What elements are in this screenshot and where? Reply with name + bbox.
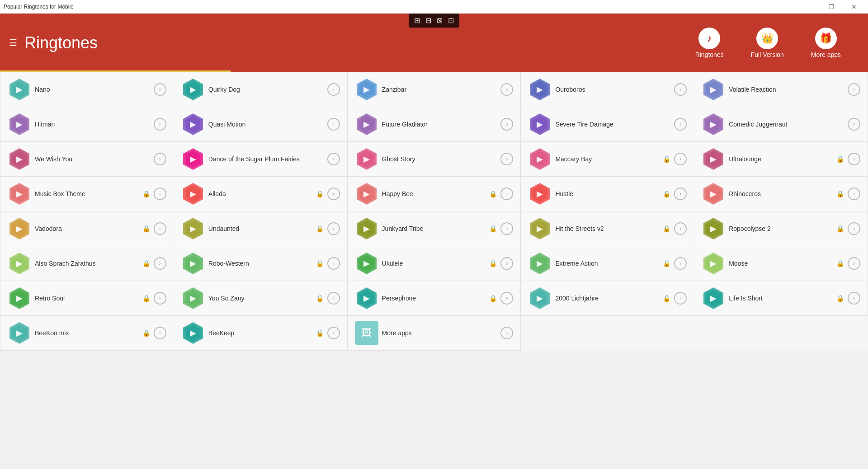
list-item[interactable]: ▶Robo-Western🔒›: [174, 246, 348, 281]
maximize-button[interactable]: ❐: [821, 0, 842, 14]
next-arrow-icon[interactable]: ›: [327, 222, 340, 235]
list-item[interactable]: ▶Ouroboros›: [521, 72, 694, 107]
next-arrow-icon[interactable]: ›: [154, 222, 166, 235]
next-arrow-icon[interactable]: ›: [500, 327, 513, 339]
list-item[interactable]: ▶Ropocolypse 2🔒›: [694, 211, 868, 246]
nav-ringtones[interactable]: ♪ Ringtones: [695, 28, 724, 58]
lock-icon: 🔒: [489, 260, 497, 267]
next-arrow-icon[interactable]: ›: [500, 153, 513, 165]
next-arrow-icon[interactable]: ›: [848, 188, 860, 200]
next-arrow-icon[interactable]: ›: [327, 257, 340, 270]
next-arrow-icon[interactable]: ›: [674, 222, 687, 235]
ringtone-icon: ▶: [528, 78, 552, 101]
list-item[interactable]: ▶Persephone🔒›: [348, 281, 521, 316]
next-arrow-icon[interactable]: ›: [154, 257, 166, 270]
list-item[interactable]: ▶BeeKoo mix🔒›: [0, 316, 174, 351]
list-item[interactable]: ▶Zanzibar›: [348, 72, 521, 107]
list-item[interactable]: 🖼More apps›: [348, 316, 521, 351]
list-item[interactable]: ▶Severe Tire Damage›: [521, 107, 694, 142]
next-arrow-icon[interactable]: ›: [154, 118, 166, 131]
list-item[interactable]: ▶Music Box Theme🔒›: [0, 177, 174, 211]
list-item[interactable]: ▶Volatile Reaction›: [694, 72, 868, 107]
list-item[interactable]: ▶You So Zany🔒›: [174, 281, 348, 316]
next-arrow-icon[interactable]: ›: [674, 292, 687, 305]
next-arrow-icon[interactable]: ›: [848, 222, 860, 235]
next-arrow-icon[interactable]: ›: [848, 153, 860, 165]
nav-moreapps[interactable]: 🎁 More apps: [811, 28, 841, 58]
list-item[interactable]: ▶Hustle🔒›: [521, 177, 694, 211]
next-arrow-icon[interactable]: ›: [500, 222, 513, 235]
next-arrow-icon[interactable]: ›: [154, 327, 166, 339]
next-arrow-icon[interactable]: ›: [500, 257, 513, 270]
list-item[interactable]: ▶Extreme Action🔒›: [521, 246, 694, 281]
next-arrow-icon[interactable]: ›: [848, 292, 860, 305]
lock-icon: 🔒: [663, 155, 670, 163]
list-item[interactable]: ▶Quasi Motion›: [174, 107, 348, 142]
next-arrow-icon[interactable]: ›: [327, 83, 340, 96]
list-item[interactable]: ▶Allada🔒›: [174, 177, 348, 211]
list-item[interactable]: ▶Hitman›: [0, 107, 174, 142]
toolbar-btn-2[interactable]: ⊟: [424, 15, 433, 26]
next-arrow-icon[interactable]: ›: [327, 327, 340, 339]
list-item[interactable]: ▶Dance of the Sugar Plum Fairies›: [174, 142, 348, 177]
next-arrow-icon[interactable]: ›: [154, 188, 166, 200]
nav-fullversion[interactable]: 👑 Full Version: [751, 28, 784, 58]
next-arrow-icon[interactable]: ›: [500, 292, 513, 305]
list-item[interactable]: ▶Maccary Bay🔒›: [521, 142, 694, 177]
next-arrow-icon[interactable]: ›: [327, 292, 340, 305]
next-arrow-icon[interactable]: ›: [500, 118, 513, 131]
list-item[interactable]: ▶Undaunted🔒›: [174, 211, 348, 246]
list-item[interactable]: ▶2000 Lichtjahre🔒›: [521, 281, 694, 316]
ringtone-icon: ▶: [528, 252, 552, 275]
next-arrow-icon[interactable]: ›: [154, 153, 166, 165]
toolbar-btn-4[interactable]: ⊡: [446, 15, 456, 26]
next-arrow-icon[interactable]: ›: [154, 292, 166, 305]
next-arrow-icon[interactable]: ›: [848, 257, 860, 270]
toolbar-btn-3[interactable]: ⊠: [435, 15, 444, 26]
list-item[interactable]: ▶Happy Bee🔒›: [348, 177, 521, 211]
list-item[interactable]: ▶Nano›: [0, 72, 174, 107]
list-item[interactable]: ▶Comedic Juggernaut›: [694, 107, 868, 142]
next-arrow-icon[interactable]: ›: [848, 118, 860, 131]
lock-icon: 🔒: [489, 295, 497, 302]
moreapps-icon: 🎁: [815, 28, 837, 49]
menu-button[interactable]: ☰: [9, 38, 17, 48]
list-item[interactable]: ▶Quirky Dog›: [174, 72, 348, 107]
list-item[interactable]: ▶Hit the Streets v2🔒›: [521, 211, 694, 246]
list-item[interactable]: ▶Rhinoceros🔒›: [694, 177, 868, 211]
next-arrow-icon[interactable]: ›: [327, 153, 340, 165]
next-arrow-icon[interactable]: ›: [154, 83, 166, 96]
list-item[interactable]: ▶We Wish You›: [0, 142, 174, 177]
next-arrow-icon[interactable]: ›: [500, 188, 513, 200]
list-item[interactable]: ▶Ukulele🔒›: [348, 246, 521, 281]
list-item[interactable]: ▶Vadodora🔒›: [0, 211, 174, 246]
close-button[interactable]: ✕: [844, 0, 864, 14]
list-item[interactable]: ▶Life Is Short🔒›: [694, 281, 868, 316]
ringtone-icon: ▶: [702, 286, 725, 310]
next-arrow-icon[interactable]: ›: [327, 118, 340, 131]
toolbar-overlay: ⊞ ⊟ ⊠ ⊡: [409, 14, 459, 28]
toolbar-btn-1[interactable]: ⊞: [412, 15, 422, 26]
list-item[interactable]: ▶Ghost Story›: [348, 142, 521, 177]
next-arrow-icon[interactable]: ›: [674, 188, 687, 200]
next-arrow-icon[interactable]: ›: [674, 257, 687, 270]
next-arrow-icon[interactable]: ›: [848, 83, 860, 96]
next-arrow-icon[interactable]: ›: [674, 118, 687, 131]
ringtone-name: Junkyard Tribe: [382, 225, 486, 233]
list-item[interactable]: ▶Junkyard Tribe🔒›: [348, 211, 521, 246]
next-arrow-icon[interactable]: ›: [674, 83, 687, 96]
list-item[interactable]: ▶Ultralounge🔒›: [694, 142, 868, 177]
next-arrow-icon[interactable]: ›: [327, 188, 340, 200]
list-item[interactable]: ▶Future Gladiator›: [348, 107, 521, 142]
list-item[interactable]: ▶Also Sprach Zarathus🔒›: [0, 246, 174, 281]
next-arrow-icon[interactable]: ›: [674, 153, 687, 165]
minimize-button[interactable]: ─: [798, 0, 819, 14]
next-arrow-icon[interactable]: ›: [500, 83, 513, 96]
list-item[interactable]: ▶BeeKeep🔒›: [174, 316, 348, 351]
list-item[interactable]: ▶Moose🔒›: [694, 246, 868, 281]
lock-icon: 🔒: [663, 190, 670, 197]
list-item[interactable]: ▶Retro Soul🔒›: [0, 281, 174, 316]
lock-icon: 🔒: [836, 155, 844, 163]
ringtone-icon: ▶: [8, 78, 31, 101]
ringtone-icon: ▶: [528, 182, 552, 206]
